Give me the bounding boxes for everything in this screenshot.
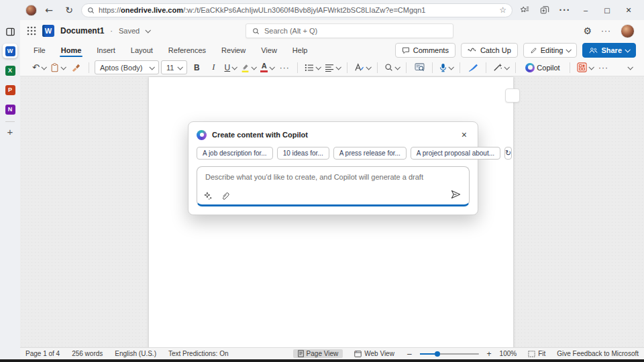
underline-button[interactable]: U [223,60,237,75]
refresh-button[interactable]: ↻ [61,2,77,18]
sidebar-item-excel[interactable]: X [3,63,17,78]
rewrite-sparkle-button[interactable] [204,192,213,200]
bold-button[interactable]: B [189,60,204,75]
refresh-suggestions-button[interactable]: ↻ [504,147,512,160]
zoom-out-button[interactable]: – [406,349,413,359]
word-count[interactable]: 256 words [72,350,103,357]
browser-menu-icon[interactable]: ··· [557,2,573,18]
divider [89,62,89,73]
tab-home[interactable]: Home [61,44,82,57]
prompt-chip-press-release[interactable]: A press release for... [333,147,407,160]
close-button[interactable]: × [620,2,637,18]
app-launcher-icon[interactable] [27,26,36,36]
send-prompt-button[interactable] [449,188,462,200]
editor-button[interactable] [466,60,480,75]
sidebar-item-onenote[interactable]: N [3,102,17,117]
find-button[interactable] [383,60,400,75]
favorites-icon[interactable] [517,2,533,18]
undo-button[interactable]: ↶ [31,60,47,75]
maximize-button[interactable]: □ [598,2,616,18]
styles-button[interactable] [353,60,372,75]
add-app-button[interactable]: + [7,127,13,137]
zoom-slider[interactable] [420,353,479,355]
sidebar-item-word[interactable]: W [3,44,17,58]
editing-label: Editing [541,46,564,54]
page-view-icon [298,350,304,357]
clipboard-icon [50,63,59,72]
prompt-chip-ideas[interactable]: 10 ideas for... [277,147,329,160]
fit-button[interactable]: Fit [523,349,550,358]
prompt-chip-job-description[interactable]: A job description for... [197,147,273,160]
user-avatar[interactable] [621,24,635,38]
back-button[interactable]: ← [41,2,57,18]
word-search-input[interactable] [264,27,447,35]
dictate-button[interactable] [438,60,454,75]
zoom-in-button[interactable]: + [486,349,493,359]
minimize-button[interactable]: – [577,2,594,18]
settings-gear-icon[interactable]: ⚙ [583,25,592,36]
collapse-ribbon-button[interactable] [623,60,637,75]
powerpoint-icon: P [5,85,15,95]
tab-layout[interactable]: Layout [131,44,153,57]
alignment-button[interactable] [323,60,341,75]
italic-button[interactable]: I [206,60,221,75]
save-status[interactable]: Saved [119,27,140,35]
font-name-select[interactable]: Aptos (Body) [95,60,159,74]
page-info[interactable]: Page 1 of 4 [25,350,60,357]
editing-mode-button[interactable]: Editing [523,43,578,58]
people-icon [589,47,598,54]
comments-button[interactable]: Comments [395,43,455,58]
document-canvas[interactable]: Create content with Copilot × A job desc… [20,76,644,347]
tab-view[interactable]: View [261,44,277,57]
dialog-close-button[interactable]: × [459,129,470,141]
tab-insert[interactable]: Insert [97,44,115,57]
floating-card[interactable] [505,88,520,103]
tab-review[interactable]: Review [221,44,246,57]
word-search-box[interactable] [246,23,453,38]
tab-help[interactable]: Help [292,44,308,57]
tab-file[interactable]: File [34,44,46,57]
sidebar-item-powerpoint[interactable]: P [3,82,17,97]
copilot-button[interactable]: Copilot [521,60,564,75]
copilot-prompt-box[interactable] [197,166,470,206]
page-view-button[interactable]: Page View [293,349,343,358]
ribbon-more-button[interactable]: ··· [596,60,611,75]
zoom-level[interactable]: 100% [500,350,517,357]
zoom-slider-thumb[interactable] [435,351,440,357]
titlebar-more-icon[interactable]: ··· [601,26,611,36]
browser-profile-avatar[interactable] [25,5,37,16]
text-predictions-status[interactable]: Text Predictions: On [168,350,228,357]
feedback-link[interactable]: Give Feedback to Microsoft [557,350,639,357]
highlight-color-button[interactable] [239,60,257,75]
chevron-down-icon[interactable] [146,27,151,33]
bookmark-icon[interactable]: ☆ [499,5,506,15]
minus-icon: – [407,349,412,359]
paste-button[interactable] [49,60,66,75]
chevron-down-icon [627,64,633,70]
document-title[interactable]: Document1 [60,26,104,36]
web-view-button[interactable]: Web View [350,349,399,358]
addins-button[interactable] [576,60,594,75]
prompt-chip-project-proposal[interactable]: A project proposal about... [411,147,500,160]
immersive-reader-button[interactable] [412,60,427,75]
address-bar[interactable]: https://onedrive.live.com/:w:/t/EaCKkPs6… [81,3,513,17]
attach-file-button[interactable] [221,192,229,200]
language-status[interactable]: English (U.S.) [115,350,156,357]
share-button[interactable]: Share [582,43,636,58]
catch-up-button[interactable]: Catch Up [461,43,518,58]
rewrite-button[interactable] [492,60,510,75]
word-logo-icon[interactable]: W [42,25,54,37]
url-text[interactable]: https://onedrive.live.com/:w:/t/EaCKkPs6… [99,6,495,14]
sidebar-toggle-icon[interactable] [3,24,17,39]
ellipsis-icon: ··· [280,63,290,72]
format-painter-button[interactable] [68,60,83,75]
font-more-button[interactable]: ··· [277,60,292,75]
tab-references[interactable]: References [168,44,206,57]
zoom-slider-fill [420,353,435,355]
font-color-button[interactable]: A [259,60,275,75]
chevron-down-icon [366,64,372,70]
collections-icon[interactable] [537,2,553,18]
font-size-select[interactable]: 11 [161,60,187,74]
bullets-button[interactable] [303,60,321,75]
copilot-prompt-input[interactable] [197,167,469,188]
